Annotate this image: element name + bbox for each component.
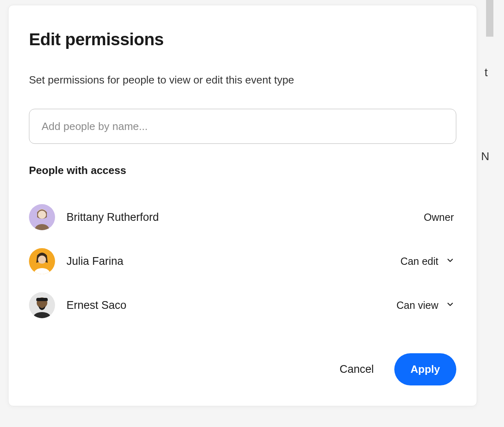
chevron-down-icon xyxy=(446,299,455,311)
modal-footer: Cancel Apply xyxy=(340,353,456,385)
cancel-button[interactable]: Cancel xyxy=(340,363,374,376)
permission-label-owner: Owner xyxy=(424,211,456,223)
background-text: N xyxy=(481,150,489,163)
add-people-input[interactable] xyxy=(29,109,456,144)
permission-dropdown[interactable]: Can edit xyxy=(400,255,456,267)
avatar xyxy=(29,204,55,230)
person-left: Ernest Saco xyxy=(29,292,126,318)
people-with-access-heading: People with access xyxy=(29,164,456,177)
person-row: Brittany Rutherford Owner xyxy=(29,195,456,239)
svg-point-5 xyxy=(38,255,46,264)
background-text: t xyxy=(484,66,488,79)
svg-rect-8 xyxy=(36,298,48,301)
permission-dropdown[interactable]: Can view xyxy=(396,299,456,311)
modal-subtitle: Set permissions for people to view or ed… xyxy=(29,74,456,86)
person-name: Julia Farina xyxy=(66,255,124,268)
modal-title: Edit permissions xyxy=(29,30,456,49)
chevron-down-icon xyxy=(446,255,455,267)
edit-permissions-modal: Edit permissions Set permissions for peo… xyxy=(8,5,477,406)
person-name: Brittany Rutherford xyxy=(66,211,159,224)
svg-point-2 xyxy=(38,211,46,219)
avatar xyxy=(29,248,55,274)
person-row: Julia Farina Can edit xyxy=(29,239,456,283)
scrollbar[interactable] xyxy=(486,0,493,37)
permission-label: Can view xyxy=(396,299,438,311)
person-left: Brittany Rutherford xyxy=(29,204,159,230)
avatar xyxy=(29,292,55,318)
permission-label: Can edit xyxy=(400,255,438,267)
person-left: Julia Farina xyxy=(29,248,124,274)
person-name: Ernest Saco xyxy=(66,299,126,312)
person-row: Ernest Saco Can view xyxy=(29,283,456,327)
apply-button[interactable]: Apply xyxy=(394,353,456,385)
